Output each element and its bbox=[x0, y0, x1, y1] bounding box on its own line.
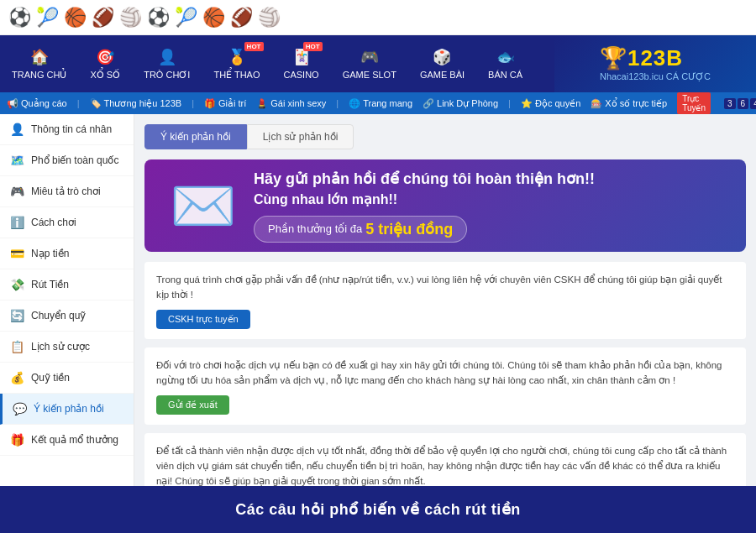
sidebar-item-phobien[interactable]: 🗺️ Phổ biến toàn quốc bbox=[0, 145, 134, 176]
tab-lichsu[interactable]: Lịch sử phản hồi bbox=[247, 124, 354, 149]
sidebar-ketqua-label: Kết quả mổ thưởng bbox=[31, 434, 118, 446]
dexuat-button[interactable]: Gửi đề xuất bbox=[156, 395, 229, 415]
nav-gamebai[interactable]: 🎲 GAME BÀI bbox=[408, 35, 476, 92]
sidebar-item-ykien[interactable]: 💬 Ý kiến phản hồi bbox=[0, 394, 134, 425]
section-khieunai: Để tất cả thành viên nhận được dịch vụ t… bbox=[144, 433, 746, 486]
sport-icon-6: ⚽ bbox=[147, 7, 170, 29]
nav-gamebai-label: GAME BÀI bbox=[420, 70, 465, 80]
sidebar-thongtin-label: Thông tin cá nhân bbox=[31, 123, 112, 135]
nav-trochoi[interactable]: 👤 TRÒ CHƠI bbox=[132, 35, 202, 92]
thethao-icon: 🏅 bbox=[228, 48, 246, 66]
info-giaitri: 🎁 Giải trí bbox=[204, 98, 246, 109]
trochoi-icon: 👤 bbox=[158, 48, 176, 66]
trangmang-text: Trang mang bbox=[363, 98, 412, 108]
gaixinh-icon: 💄 bbox=[256, 98, 268, 109]
sport-icon-3: 🏀 bbox=[64, 7, 87, 29]
info-trangmang: 🌐 Trang mang bbox=[349, 98, 412, 109]
gaixinh-text: Gái xinh sexy bbox=[270, 98, 326, 108]
xoso-live-icon: 🎰 bbox=[591, 98, 602, 109]
bottom-bar-text: Các câu hỏi phổ biến về cách rút tiền bbox=[235, 500, 521, 519]
linkduphong-text: Link Dự Phòng bbox=[437, 98, 498, 109]
nav-xoso-label: XỔ SỐ bbox=[90, 70, 120, 81]
nav-thethao[interactable]: HOT 🏅 THỂ THAO bbox=[202, 35, 271, 92]
sidebar-item-ruttien[interactable]: 💸 Rút Tiền bbox=[0, 269, 134, 300]
cachchoi-icon: ℹ️ bbox=[10, 216, 24, 229]
giaitri-icon: 🎁 bbox=[204, 98, 216, 109]
sidebar-item-lichsu[interactable]: 📋 Lịch sử cược bbox=[0, 332, 134, 363]
thuonghieu-text: Thương hiệu 123B bbox=[104, 98, 182, 109]
cskh-button[interactable]: CSKH trực tuyến bbox=[156, 310, 250, 329]
quytien-icon: 💰 bbox=[10, 371, 24, 384]
sidebar-item-thongtin[interactable]: 👤 Thông tin cá nhân bbox=[0, 114, 134, 145]
sidebar-ruttien-label: Rút Tiền bbox=[31, 279, 69, 290]
nav-trangchu-label: TRANG CHỦ bbox=[12, 70, 66, 81]
nav-xoso[interactable]: 🎯 XỔ SỐ bbox=[78, 35, 132, 92]
sep4: | bbox=[508, 98, 511, 108]
section-cskh: Trong quá trình chơi gặp phải vấn đề (nh… bbox=[144, 262, 746, 339]
sidebar-item-mieutata[interactable]: 🎮 Miêu tả trò chơi bbox=[0, 176, 134, 207]
thethao-badge: HOT bbox=[244, 42, 264, 51]
casino-badge: HOT bbox=[303, 42, 323, 51]
envelope-icon: ✉️ bbox=[170, 175, 237, 238]
sidebar-item-cachchoi[interactable]: ℹ️ Cách chơi bbox=[0, 207, 134, 238]
docquyen-text: Độc quyền bbox=[535, 98, 580, 109]
mieutata-icon: 🎮 bbox=[10, 185, 24, 198]
live-numbers: 3 6 4 5 bbox=[724, 98, 756, 109]
giaitri-text: Giải trí bbox=[218, 98, 246, 109]
sport-icon-2: 🎾 bbox=[36, 7, 59, 29]
nav-trangchu[interactable]: 🏠 TRANG CHỦ bbox=[0, 35, 78, 92]
sidebar-phobien-label: Phổ biến toàn quốc bbox=[31, 154, 118, 166]
main-nav: 🏠 TRANG CHỦ 🎯 XỔ SỐ 👤 TRÒ CHƠI HOT 🏅 THỂ… bbox=[0, 35, 554, 92]
sidebar-item-naptien[interactable]: 💳 Nạp tiền bbox=[0, 238, 134, 269]
sport-icon-1: ⚽ bbox=[8, 7, 31, 29]
banner-title: Hãy gửi phản hồi để chúng tôi hoàn thiện… bbox=[254, 170, 595, 188]
info-linkduphong: 🔗 Link Dự Phòng bbox=[423, 98, 498, 109]
banca-icon: 🐟 bbox=[496, 48, 515, 66]
linkduphong-icon: 🔗 bbox=[423, 98, 434, 109]
nav-banca-label: BÁN CÁ bbox=[488, 70, 522, 80]
sidebar-item-quytien[interactable]: 💰 Quỹ tiền bbox=[0, 363, 134, 394]
section1-text: Trong quá trình chơi gặp phải vấn đề (nh… bbox=[156, 272, 734, 303]
live-num-2: 6 bbox=[738, 98, 749, 109]
sep1: | bbox=[77, 98, 80, 108]
section3-text: Để tất cả thành viên nhận được dịch vụ t… bbox=[156, 443, 734, 486]
sidebar-ykien-label: Ý kiến phản hồi bbox=[34, 403, 104, 415]
nav-banca[interactable]: 🐟 BÁN CÁ bbox=[476, 35, 534, 92]
thuonghieu-icon: 🏷️ bbox=[90, 98, 102, 109]
sidebar: 👤 Thông tin cá nhân 🗺️ Phổ biến toàn quố… bbox=[0, 114, 134, 486]
sport-icon-10: 🏐 bbox=[258, 7, 281, 29]
sidebar-lichsu-label: Lịch sử cược bbox=[31, 341, 90, 353]
gameslot-icon: 🎮 bbox=[360, 48, 379, 66]
tab-ykien[interactable]: Ý kiến phản hồi bbox=[144, 124, 247, 149]
lichsu-icon: 📋 bbox=[10, 340, 24, 353]
home-icon: 🏠 bbox=[30, 48, 49, 66]
logo-main: 🏆123B bbox=[600, 45, 711, 71]
info-gaixinh: 💄 Gái xinh sexy bbox=[256, 98, 326, 109]
nav-casino-label: CASINO bbox=[284, 70, 319, 80]
sep3: | bbox=[336, 98, 339, 108]
nav-gameslot-label: GAME SLOT bbox=[343, 70, 396, 80]
thongtin-icon: 👤 bbox=[10, 123, 24, 136]
info-quangcao: 📢 Quảng cáo bbox=[7, 98, 67, 109]
logo: 🏆123B Nhacai123b.icu CÁ CƯỢC bbox=[554, 35, 756, 92]
sport-icon-5: 🏐 bbox=[119, 7, 142, 29]
ykien-icon: 💬 bbox=[13, 402, 27, 415]
ketqua-icon: 🎁 bbox=[10, 433, 24, 447]
live-num-3: 4 bbox=[750, 98, 756, 109]
logo-sub: Nhacai123b.icu CÁ CƯỢC bbox=[600, 71, 711, 82]
sport-icon-9: 🏈 bbox=[230, 7, 253, 29]
gamebai-icon: 🎲 bbox=[433, 48, 451, 66]
sidebar-item-chuyenquy[interactable]: 🔄 Chuyển quỹ bbox=[0, 300, 134, 332]
info-thuonghieu: 🏷️ Thương hiệu 123B bbox=[90, 98, 182, 109]
sidebar-cachchoi-label: Cách chơi bbox=[31, 217, 76, 228]
banner-text: Hãy gửi phản hồi để chúng tôi hoàn thiện… bbox=[254, 170, 595, 243]
phobien-icon: 🗺️ bbox=[10, 154, 24, 167]
nav-casino[interactable]: HOT 🃏 CASINO bbox=[272, 35, 331, 92]
sidebar-quytien-label: Quỹ tiền bbox=[31, 372, 70, 384]
nav-gameslot[interactable]: 🎮 GAME SLOT bbox=[331, 35, 408, 92]
xoso-live-text: Xổ số trực tiếp bbox=[605, 98, 667, 109]
nav-thethao-label: THỂ THAO bbox=[213, 70, 260, 81]
sidebar-item-ketqua[interactable]: 🎁 Kết quả mổ thưởng bbox=[0, 425, 134, 456]
tab-lichsu-label: Lịch sử phản hồi bbox=[263, 131, 339, 143]
quangcao-text: Quảng cáo bbox=[21, 98, 67, 109]
